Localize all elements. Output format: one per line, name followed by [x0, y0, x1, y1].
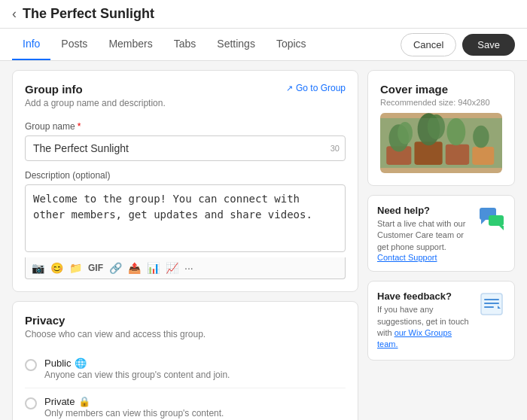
toolbar-image-icon[interactable]: 📷 [32, 262, 44, 274]
public-label: Public [44, 358, 71, 369]
cover-image-size: Recommended size: 940x280 [380, 98, 502, 107]
cover-image-title: Cover image [380, 83, 502, 96]
tab-settings[interactable]: Settings [206, 29, 266, 60]
group-info-subtitle: Add a group name and description. [25, 98, 166, 108]
nav-tabs: Info Posts Members Tabs Settings Topics [12, 29, 401, 60]
description-label: Description (optional) [25, 170, 346, 181]
contact-support-link[interactable]: Contact Support [377, 253, 471, 262]
required-star: * [78, 121, 81, 132]
cover-image-placeholder[interactable] [380, 113, 502, 173]
radio-private[interactable] [25, 397, 37, 409]
feedback-desc: If you have any suggestions, get in touc… [377, 304, 471, 351]
editor-toolbar: 📷 😊 📁 GIF 🔗 📤 📊 📈 ··· [25, 257, 346, 279]
go-to-group-label: Go to Group [296, 83, 346, 93]
char-count: 30 [331, 144, 340, 153]
group-name-field-wrapper: 30 [25, 135, 346, 161]
svg-marker-13 [481, 220, 486, 224]
go-to-group-link[interactable]: ↗ Go to Group [286, 83, 346, 93]
feedback-title: Have feedback? [377, 291, 471, 302]
main-layout: Group info Add a group name and descript… [0, 61, 527, 420]
toolbar-link-icon[interactable]: 🔗 [109, 262, 122, 274]
private-desc: Only members can view this group's conte… [44, 408, 224, 418]
toolbar-emoji-icon[interactable]: 😊 [50, 262, 63, 274]
radio-public[interactable] [25, 359, 37, 371]
privacy-option-public: Public 🌐 Anyone can view this group's co… [25, 350, 346, 388]
feedback-card: Have feedback? If you have any suggestio… [367, 281, 515, 361]
toolbar-bar-icon[interactable]: 📈 [166, 262, 178, 274]
toolbar-gif-icon[interactable]: GIF [88, 263, 103, 273]
toolbar-chart-icon[interactable]: 📊 [147, 262, 160, 274]
svg-rect-14 [489, 215, 504, 226]
description-wrapper: Welcome to the group! You can connect wi… [25, 184, 346, 254]
tab-members[interactable]: Members [98, 29, 163, 60]
tab-posts[interactable]: Posts [50, 29, 98, 60]
tab-tabs[interactable]: Tabs [163, 29, 207, 60]
group-info-title: Group info [25, 83, 166, 96]
page-title: The Perfect Sunlight [23, 6, 154, 22]
nav-bar: Info Posts Members Tabs Settings Topics … [0, 29, 527, 61]
cancel-button[interactable]: Cancel [401, 33, 456, 56]
top-bar: ‹ The Perfect Sunlight [0, 0, 527, 29]
nav-actions: Cancel Save [401, 33, 515, 56]
help-icon-area [478, 205, 505, 234]
cover-image-card: Cover image Recommended size: 940x280 [367, 70, 515, 186]
group-name-input[interactable] [25, 135, 346, 161]
public-desc: Anyone can view this group's content and… [44, 370, 230, 380]
description-input[interactable]: Welcome to the group! You can connect wi… [25, 184, 346, 252]
feedback-icon-area [478, 291, 505, 320]
group-name-label: Group name * [25, 121, 346, 132]
toolbar-upload-icon[interactable]: 📤 [128, 262, 141, 274]
privacy-option-private: Private 🔒 Only members can view this gro… [25, 388, 346, 420]
need-help-title: Need help? [377, 205, 471, 216]
svg-rect-11 [380, 118, 502, 168]
svg-marker-15 [499, 226, 504, 230]
save-button[interactable]: Save [462, 34, 515, 56]
toolbar-folder-icon[interactable]: 📁 [69, 262, 82, 274]
private-icon: 🔒 [78, 396, 90, 407]
left-panel: Group info Add a group name and descript… [12, 70, 358, 420]
need-help-text: Need help? Start a live chat with our Cu… [377, 205, 471, 262]
privacy-subtitle: Choose who can view and access this grou… [25, 329, 346, 339]
toolbar-more-icon[interactable]: ··· [184, 262, 193, 274]
private-label: Private [44, 396, 75, 407]
feedback-text: Have feedback? If you have any suggestio… [377, 291, 471, 351]
public-icon: 🌐 [75, 358, 87, 369]
tab-info[interactable]: Info [12, 29, 50, 60]
back-icon[interactable]: ‹ [12, 6, 17, 22]
privacy-title: Privacy [25, 314, 346, 327]
privacy-card: Privacy Choose who can view and access t… [12, 301, 358, 420]
tab-topics[interactable]: Topics [266, 29, 317, 60]
need-help-desc: Start a live chat with our Customer Care… [377, 218, 471, 253]
need-help-card: Need help? Start a live chat with our Cu… [367, 195, 515, 272]
group-info-card: Group info Add a group name and descript… [12, 70, 358, 292]
right-panel: Cover image Recommended size: 940x280 [367, 70, 515, 420]
